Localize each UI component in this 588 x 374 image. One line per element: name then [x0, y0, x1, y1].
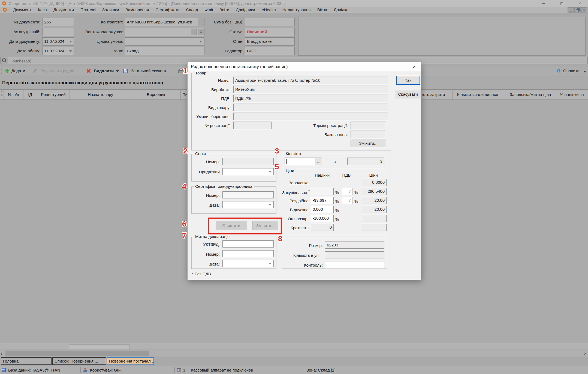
internal-number-field[interactable]	[42, 28, 74, 36]
percent-sign: %	[335, 190, 339, 195]
menu-item-ehealth[interactable]: eHealth	[259, 7, 279, 13]
column-header-qty-closed[interactable]: ість закрито	[421, 90, 453, 99]
delete-button[interactable]: Видалити	[94, 67, 114, 75]
annotation-2: 2	[183, 147, 188, 155]
wholesale-retail-label: Опт-роздр.:	[280, 216, 310, 221]
menu-item-nalashtuvannia[interactable]: Налаштування	[280, 7, 313, 13]
base-price-field[interactable]	[351, 131, 386, 138]
purchase-markup-field[interactable]	[311, 188, 334, 195]
edit-pencil-icon	[33, 69, 37, 73]
search-button[interactable]	[1, 57, 8, 64]
customs-date-combo[interactable]	[222, 260, 274, 267]
menu-item-zamovlennia[interactable]: Замовлення	[123, 7, 152, 13]
registration-number-field[interactable]	[233, 122, 272, 129]
refresh-dropdown-icon[interactable]	[583, 71, 586, 73]
tab-holovna[interactable]: Головна	[1, 357, 52, 365]
uktzed-field[interactable]	[222, 240, 274, 248]
storage-conditions-field[interactable]	[233, 113, 388, 120]
dialog-close-icon[interactable]: ×	[408, 62, 420, 71]
certificate-number-label: Номер:	[196, 193, 220, 198]
menu-app-icon	[3, 8, 7, 12]
column-header-markup-pct[interactable]: % націнки за	[558, 90, 588, 99]
tab-spysok-povernennia[interactable]: Список: Повернення ...	[52, 357, 106, 365]
statusbar-cash-count: 3	[183, 366, 187, 374]
registration-term-field[interactable]	[351, 122, 386, 129]
menu-item-zalyshky[interactable]: Залишки	[99, 7, 122, 13]
print-icon[interactable]	[178, 70, 183, 73]
certificate-date-combo[interactable]	[222, 201, 274, 208]
column-header-qty-left[interactable]: Кількість залишилася	[453, 90, 503, 99]
multiplicity-field[interactable]: 0	[311, 224, 334, 231]
quantity-picker-button[interactable]: ...	[315, 158, 322, 165]
column-header-factory-price[interactable]: Заводська/митна ціна	[503, 90, 558, 99]
ok-button[interactable]: Так	[396, 76, 420, 85]
dialog-title-bar[interactable]: Рядок повернення постачальнику (новий за…	[188, 62, 421, 71]
doc-date-value: 11.07.2024	[44, 39, 64, 44]
text-caret	[286, 159, 287, 164]
comment-panel[interactable]	[298, 17, 586, 56]
qty-in-pack-field	[325, 251, 384, 258]
customs-number-field[interactable]	[222, 250, 274, 257]
add-button[interactable]: Додати	[11, 67, 25, 75]
column-header-id[interactable]: ІД	[23, 90, 37, 99]
wholesale-markup-field[interactable]: -100,000	[311, 215, 334, 222]
delete-dropdown-icon[interactable]	[116, 70, 119, 72]
menu-item-sklad[interactable]: Склад	[183, 7, 201, 13]
customs-date-label: Дата:	[193, 262, 220, 266]
export-button[interactable]: Загальний експорт	[131, 67, 167, 75]
doc-date-field[interactable]: 11.07.2024	[42, 37, 74, 46]
selling-markup-field[interactable]: 0,000	[311, 206, 334, 213]
counterparty-field[interactable]: Апт №003 пгт.Барышевка, ул.Киев	[125, 18, 198, 26]
menu-item-sertyfikaty[interactable]: Сертифікати	[153, 7, 182, 13]
retail-markup-field[interactable]: -93,697	[311, 197, 334, 204]
mdi-restore-button[interactable]	[574, 7, 581, 13]
menu-item-vikna[interactable]: Вікна	[315, 7, 330, 13]
scroll-right-icon[interactable]: ›	[584, 350, 586, 357]
app-logo-icon	[2, 1, 6, 5]
quantity-input[interactable]	[285, 158, 315, 165]
close-icon[interactable]: ×	[578, 0, 581, 7]
toolbar-grip[interactable]	[1, 68, 2, 74]
certificate-number-field[interactable]	[222, 191, 274, 198]
mdi-close-button[interactable]: ×	[581, 7, 587, 13]
product-kind-field[interactable]	[233, 104, 388, 111]
chevron-down-icon[interactable]	[269, 171, 272, 173]
scrollbar-thumb[interactable]	[5, 351, 149, 356]
menu-item-kasa[interactable]: Каса	[35, 7, 50, 13]
edit-row-button[interactable]: Редагувати рядок	[40, 67, 74, 75]
cancel-button[interactable]: Скасувати	[395, 90, 421, 98]
product-name-field[interactable]: Амицитрон экстратаб табл. п/о блистер №1…	[233, 77, 388, 84]
scroll-left-icon[interactable]: ‹	[1, 350, 2, 357]
menu-item-dovidka[interactable]: Довідка	[331, 7, 351, 13]
sum-field[interactable]	[245, 18, 295, 26]
chevron-down-icon[interactable]	[269, 204, 272, 206]
vat-field[interactable]: ПДВ 7%	[233, 95, 388, 102]
series-valid-combo[interactable]	[222, 168, 274, 175]
menu-item-platezhi[interactable]: Платежі	[78, 7, 98, 13]
menu-item-dokument[interactable]: Документ	[10, 7, 34, 13]
menu-item-dokumenty[interactable]: Документи	[51, 7, 77, 13]
column-header-receptur[interactable]: Рецептурний	[37, 90, 70, 99]
doc-number-field[interactable]: 265	[42, 18, 74, 26]
column-header-manufacturer[interactable]: Виробник	[131, 90, 181, 99]
restore-icon[interactable]	[560, 2, 564, 5]
control-field[interactable]	[325, 261, 384, 268]
menu-item-zvity[interactable]: Звіти	[217, 7, 232, 13]
size-field: 62293	[325, 242, 384, 249]
mdi-minimize-button[interactable]	[568, 7, 574, 13]
series-number-field[interactable]	[222, 158, 274, 165]
product-change-button[interactable]: Змінити...	[351, 140, 386, 147]
minimize-icon[interactable]	[542, 3, 545, 4]
chevron-down-icon[interactable]	[269, 263, 272, 265]
tab-povernennia-postach-active[interactable]: Повернення постачал ..	[107, 357, 154, 365]
column-header-product-name[interactable]: Назва товару	[70, 90, 131, 99]
manufacturer-field[interactable]: ИнтерХим	[233, 86, 388, 93]
account-date-field[interactable]: 11.07.2024	[42, 47, 74, 55]
manufacturer-label: Виробник:	[192, 87, 231, 92]
header-grip[interactable]	[0, 90, 4, 99]
menu-item-dovidnyky[interactable]: Довідники	[233, 7, 258, 13]
menu-item-filii[interactable]: Філії	[202, 7, 216, 13]
refresh-button[interactable]: Оновити	[563, 67, 580, 75]
horizontal-scrollbar[interactable]: ‹ ›	[0, 350, 588, 357]
column-header-npp[interactable]: № п/п	[4, 90, 23, 99]
